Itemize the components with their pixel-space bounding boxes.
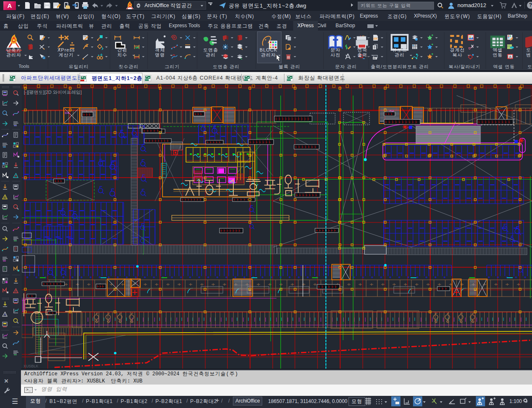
svg-text:A: A [509, 55, 511, 59]
svg-text:PDF: PDF [374, 38, 378, 40]
svg-text:[-][평면도][2D 와이어프레임]: [-][평면도][2D 와이어프레임] [24, 90, 82, 95]
svg-text:D4: D4 [65, 111, 70, 115]
svg-text:XUSBLK: XUSBLK [23, 364, 39, 368]
